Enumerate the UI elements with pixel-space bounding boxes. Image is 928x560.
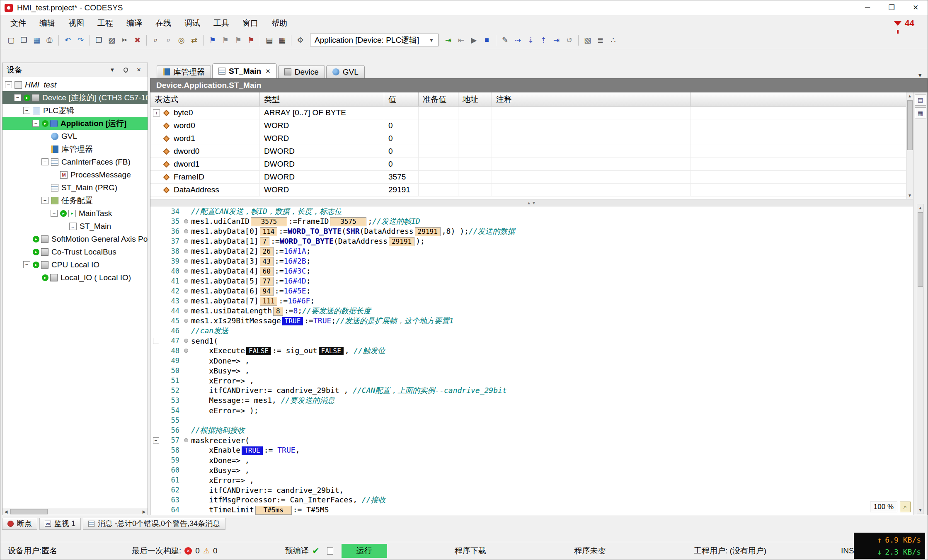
open-file-button[interactable]: ❒: [17, 34, 30, 46]
column-header-3[interactable]: 准备值: [419, 92, 458, 106]
monitor-value-box[interactable]: 114: [260, 227, 278, 236]
table-view-button[interactable]: ▦: [915, 107, 926, 119]
tree-item-library-manager[interactable]: 库管理器: [2, 143, 148, 155]
menu-item-build[interactable]: 编译: [120, 15, 149, 32]
monitor-false-box[interactable]: FALSE: [319, 347, 344, 355]
menu-item-window[interactable]: 窗口: [236, 15, 265, 32]
monitor-true-box[interactable]: TRUE: [242, 446, 263, 455]
watch-list-button[interactable]: ≣: [594, 34, 607, 46]
save-button[interactable]: ▦: [30, 34, 43, 46]
monitor-true-box[interactable]: TRUE: [282, 317, 303, 325]
close-button[interactable]: ✕: [904, 0, 928, 15]
code-line-34[interactable]: 34//配置CAN发送，帧ID，数据，长度，标志位: [150, 206, 913, 216]
paste-button[interactable]: ▨: [105, 34, 118, 46]
login-button[interactable]: ⇥: [442, 34, 455, 46]
message-tab-watch1[interactable]: 监视 1: [39, 518, 81, 530]
watch-table-vscrollbar[interactable]: ▲ ▼: [906, 92, 913, 199]
breakpoint-gutter[interactable]: [181, 339, 191, 343]
pin-icon[interactable]: [121, 65, 130, 75]
monitor-value-box[interactable]: 3575: [251, 217, 287, 226]
breakpoint-gutter[interactable]: [181, 229, 191, 233]
active-application-select[interactable]: Application [Device: PLC逻辑]▼: [310, 34, 439, 46]
code-line-54[interactable]: 54 eError=> );: [150, 405, 913, 415]
code-line-50[interactable]: 50 xBusy=> ,: [150, 366, 913, 376]
expander-icon[interactable]: −: [14, 94, 21, 101]
expander-icon[interactable]: −: [23, 107, 30, 114]
force-values-button[interactable]: ✎: [499, 34, 511, 46]
code-editor[interactable]: 34//配置CAN发送，帧ID，数据，长度，标志位35mes1.udiCanID…: [150, 206, 913, 515]
fold-collapse-icon[interactable]: −: [153, 338, 159, 344]
monitor-value-box[interactable]: 7: [260, 237, 270, 246]
menu-item-online[interactable]: 在线: [149, 15, 178, 32]
table-row[interactable]: DataAddressWORD29191: [150, 184, 913, 196]
breakpoint-gutter[interactable]: [181, 438, 191, 442]
code-line-39[interactable]: 39mes1.abyData[3]43:=16#2B;: [150, 256, 913, 266]
monitor-value-box[interactable]: 29191: [389, 237, 414, 246]
grid-view-button[interactable]: ▦: [276, 34, 288, 46]
expander-icon[interactable]: −: [32, 120, 39, 127]
logout-button[interactable]: ⇤: [455, 34, 468, 46]
code-line-62[interactable]: 62 itfCANDriver:= candrive_29bit,: [150, 485, 913, 495]
search-project-button[interactable]: ◎: [175, 34, 188, 46]
menu-item-file[interactable]: 文件: [4, 15, 33, 32]
breakpoint-gutter[interactable]: [181, 219, 191, 223]
breakpoint-gutter[interactable]: [181, 349, 191, 353]
scroll-up-icon[interactable]: ▲: [906, 92, 913, 99]
copy-button[interactable]: ❐: [92, 34, 105, 46]
column-header-5[interactable]: 注释: [492, 92, 691, 106]
menu-item-tools[interactable]: 工具: [207, 15, 236, 32]
code-line-53[interactable]: 53 Message:= mes1, //要发送的消息: [150, 395, 913, 405]
step-out-button[interactable]: ⇡: [537, 34, 550, 46]
hscroll-thumb[interactable]: [10, 509, 48, 514]
vscroll-thumb[interactable]: [907, 100, 913, 150]
monitor-value-box[interactable]: 94: [260, 287, 274, 296]
code-line-41[interactable]: 41mes1.abyData[5]77:=16#4D;: [150, 276, 913, 286]
panel-dropdown-icon[interactable]: ▼: [108, 65, 117, 75]
breakpoint-gutter[interactable]: [181, 289, 191, 293]
tree-item-hmi-test[interactable]: −HMI_test: [2, 78, 148, 91]
replace-button[interactable]: ⇄: [188, 34, 201, 46]
code-line-56[interactable]: 56//根据掩码接收: [150, 425, 913, 435]
code-line-63[interactable]: 63 itfMsgProcessor:= Can_InterFaces, //接…: [150, 495, 913, 505]
menu-item-project[interactable]: 工程: [91, 15, 120, 32]
find-next-button[interactable]: ⌕: [162, 34, 175, 46]
code-line-57[interactable]: −57maskreceiver(: [150, 435, 913, 445]
breakpoint-gutter[interactable]: [181, 269, 191, 273]
scroll-down-icon[interactable]: ▼: [906, 192, 913, 199]
monitor-value-box[interactable]: 43: [260, 257, 274, 266]
breakpoint-gutter[interactable]: [181, 239, 191, 243]
code-line-47[interactable]: −47send1(: [150, 336, 913, 346]
panel-close-icon[interactable]: ✕: [134, 65, 143, 75]
reset-button[interactable]: ↺: [563, 34, 576, 46]
tab-st-main[interactable]: ST_Main✕: [212, 63, 277, 78]
code-line-49[interactable]: 49 xDone=> ,: [150, 356, 913, 366]
column-header-2[interactable]: 值: [384, 92, 419, 106]
code-line-48[interactable]: 48 xExecuteFALSE:= sig_outFALSE, //触发位: [150, 346, 913, 356]
call-tree-button[interactable]: ∴: [607, 34, 620, 46]
code-vscroll-thumb[interactable]: [918, 212, 923, 287]
step-over-button[interactable]: ⇢: [511, 34, 524, 46]
table-row[interactable]: dword0DWORD0: [150, 145, 913, 158]
scroll-up-icon[interactable]: ▲: [917, 204, 924, 211]
code-line-36[interactable]: 36mes1.abyData[0]114:=WORD_TO_BYTE(SHR(D…: [150, 226, 913, 236]
code-line-42[interactable]: 42mes1.abyData[6]94:=16#5E;: [150, 286, 913, 296]
breakpoint-gutter[interactable]: [181, 279, 191, 283]
table-row[interactable]: FrameIDDWORD3575: [150, 171, 913, 184]
alert-area[interactable]: 44: [894, 18, 924, 28]
table-row[interactable]: dword1DWORD0: [150, 158, 913, 171]
breakpoint-gutter[interactable]: [181, 249, 191, 253]
tree-item-caninterfaces[interactable]: −CanInterFaces (FB): [2, 155, 148, 168]
zoom-level[interactable]: 100 %: [870, 502, 897, 512]
tree-item-maintask[interactable]: −▸MainTask: [2, 207, 148, 220]
scroll-right-icon[interactable]: ▶: [141, 508, 148, 515]
bookmark-clear-button[interactable]: ⚑: [245, 34, 257, 46]
tab-list-dropdown-icon[interactable]: ▼: [917, 72, 923, 78]
maximize-button[interactable]: ❐: [880, 0, 904, 15]
flow-control-button[interactable]: ▧: [581, 34, 594, 46]
monitor-value-box[interactable]: T#5ms: [255, 506, 292, 515]
code-line-46[interactable]: 46//can发送: [150, 326, 913, 336]
tree-item-softmotion[interactable]: ▸SoftMotion General Axis Poo: [2, 233, 148, 245]
code-line-59[interactable]: 59 xDone=> ,: [150, 455, 913, 465]
monitor-value-box[interactable]: 26: [260, 247, 274, 256]
code-line-38[interactable]: 38mes1.abyData[2]26:=16#1A;: [150, 246, 913, 256]
